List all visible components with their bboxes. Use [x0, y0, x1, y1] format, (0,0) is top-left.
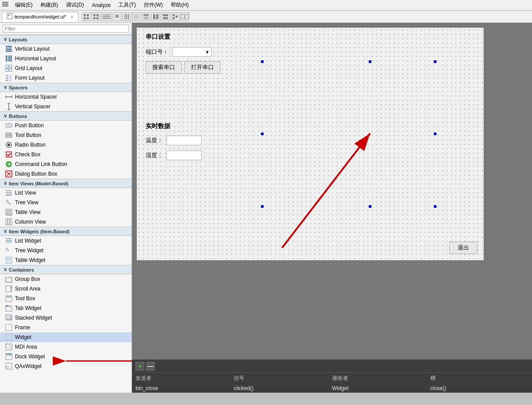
signal-row[interactable]: btn_close clicked() Widget close() [132, 384, 532, 393]
search-port-button[interactable]: 搜索串口 [146, 61, 182, 74]
section-label: Layouts [9, 37, 27, 42]
item-command-link-button[interactable]: Command Link Button [0, 159, 132, 169]
item-column-view[interactable]: Column View [0, 217, 132, 227]
item-qax-widget[interactable]: Q QAxWidget [0, 361, 132, 371]
item-horizontal-spacer[interactable]: Horizontal Spacer [0, 92, 132, 102]
section-buttons[interactable]: ∨ Buttons [0, 111, 132, 121]
item-form-layout[interactable]: Form Layout [0, 73, 132, 83]
toolbar-btn-2[interactable] [92, 12, 100, 21]
item-check-box[interactable]: Check Box [0, 150, 132, 159]
section-layouts[interactable]: ∨ Layouts [0, 35, 132, 44]
item-dialog-button-box[interactable]: Dialog Button Box [0, 169, 132, 179]
item-tree-widget[interactable]: Tree Widget [0, 246, 132, 255]
svg-rect-25 [153, 14, 155, 19]
section-item-widgets[interactable]: ∨ Item Widgets (Item-Based) [0, 227, 132, 236]
item-stacked-widget[interactable]: Stacked Widget [0, 313, 132, 323]
toolbar-btn-5[interactable] [122, 12, 131, 21]
item-widget[interactable]: Widget [0, 332, 132, 342]
item-label: Tool Box [15, 295, 35, 302]
item-label: Dialog Button Box [15, 171, 57, 177]
section-item-views[interactable]: ∨ Item Views (Model-Based) [0, 179, 132, 188]
widget-canvas[interactable]: 串口设置 端口号： ▼ 搜索串口 打开串口 实时数据 [136, 27, 484, 261]
section-containers[interactable]: ∨ Containers [0, 265, 132, 274]
item-group-box[interactable]: GB Group Box [0, 274, 132, 284]
svg-rect-40 [6, 65, 8, 68]
handle-tm [369, 60, 371, 63]
svg-rect-92 [6, 257, 12, 263]
item-list-view[interactable]: List View [0, 188, 132, 198]
remove-signal-button[interactable]: — [146, 362, 155, 371]
item-table-view[interactable]: Table View [0, 207, 132, 217]
svg-rect-43 [9, 69, 12, 71]
svg-rect-70 [6, 194, 12, 195]
item-tree-view[interactable]: Tree View [0, 198, 132, 207]
temp-input[interactable] [166, 136, 202, 145]
grid-layout-icon [5, 65, 12, 72]
menu-controls[interactable]: 控件(W) [140, 0, 166, 10]
item-label: Push Button [15, 122, 44, 129]
push-button-icon [5, 122, 12, 129]
svg-rect-23 [143, 17, 149, 18]
item-push-button[interactable]: Push Button [0, 121, 132, 130]
item-mdi-area[interactable]: MDI Area [0, 342, 132, 352]
svg-rect-35 [6, 48, 12, 50]
toolbar-btn-expand[interactable] [180, 12, 189, 21]
humid-input[interactable] [166, 151, 202, 160]
item-list-widget[interactable]: List Widget [0, 236, 132, 246]
item-scroll-area[interactable]: Scroll Area [0, 284, 132, 294]
toolbar-btn-8[interactable] [151, 12, 160, 21]
item-vertical-layout[interactable]: Vertical Layout [0, 44, 132, 54]
item-grid-layout[interactable]: Grid Layout [0, 63, 132, 73]
handle-bl-1 [261, 205, 264, 208]
toolbar-btn-3[interactable] [101, 12, 112, 21]
column-view-icon [5, 218, 12, 225]
signal-header-slot: 槽 [430, 375, 528, 382]
section-arrow: ∨ [4, 113, 7, 119]
section-spacers[interactable]: ∨ Spacers [0, 83, 132, 92]
item-table-widget[interactable]: Table Widget [0, 255, 132, 265]
tab-close-icon[interactable]: × [70, 14, 73, 19]
group-box-icon: GB [5, 276, 12, 283]
toolbar-btn-6[interactable] [132, 12, 141, 21]
item-vertical-spacer[interactable]: Vertical Spacer [0, 102, 132, 111]
item-tab-widget[interactable]: Tab Widget [0, 303, 132, 313]
svg-rect-7 [84, 17, 86, 19]
port-combo[interactable]: ▼ [172, 47, 212, 57]
tab-widget-ui[interactable]: tempandhumi/widget.ui* × [2, 12, 78, 22]
item-horizontal-layout[interactable]: Horizontal Layout [0, 54, 132, 63]
item-tool-box[interactable]: Tool Box [0, 294, 132, 303]
svg-rect-69 [6, 192, 12, 193]
svg-rect-10 [96, 14, 99, 16]
toolbar-btn-4[interactable]: H [113, 12, 121, 21]
handle-bm [369, 205, 371, 208]
svg-rect-103 [6, 297, 12, 302]
open-port-button[interactable]: 打开串口 [184, 61, 220, 74]
item-radio-button[interactable]: Radio Button [0, 140, 132, 150]
toolbar-btn-10[interactable] [171, 12, 180, 21]
svg-rect-4 [8, 15, 10, 16]
item-dock-widget[interactable]: Dock Widget [0, 352, 132, 361]
svg-rect-49 [9, 80, 12, 81]
frame-icon [5, 324, 12, 331]
menu-build[interactable]: 构建(B) [37, 0, 62, 10]
tree-widget-icon [5, 247, 12, 254]
filter-input[interactable] [3, 25, 129, 33]
menu-edit[interactable]: 编辑(E) [11, 0, 36, 10]
item-label: Column View [15, 219, 46, 225]
menu-debug[interactable]: 调试(D) [62, 0, 88, 10]
svg-rect-5 [84, 14, 86, 16]
menu-help[interactable]: 帮助(H) [167, 0, 192, 10]
svg-rect-110 [6, 324, 12, 331]
toolbar-btn-9[interactable] [161, 12, 170, 21]
exit-button[interactable]: 退出 [449, 242, 477, 254]
toolbar-btn-1[interactable] [82, 12, 91, 21]
toolbar-btn-7[interactable] [142, 12, 150, 21]
menu-analyze[interactable]: Analyze [88, 1, 114, 9]
dialog-button-box-icon [5, 170, 12, 177]
add-signal-button[interactable]: + [136, 362, 144, 371]
menu-tools[interactable]: 工具(T) [115, 0, 139, 10]
port-row: 端口号： ▼ [146, 47, 220, 57]
item-frame[interactable]: Frame [0, 323, 132, 332]
item-tool-button[interactable]: Tool Button [0, 130, 132, 140]
section-arrow: ∨ [4, 85, 7, 90]
